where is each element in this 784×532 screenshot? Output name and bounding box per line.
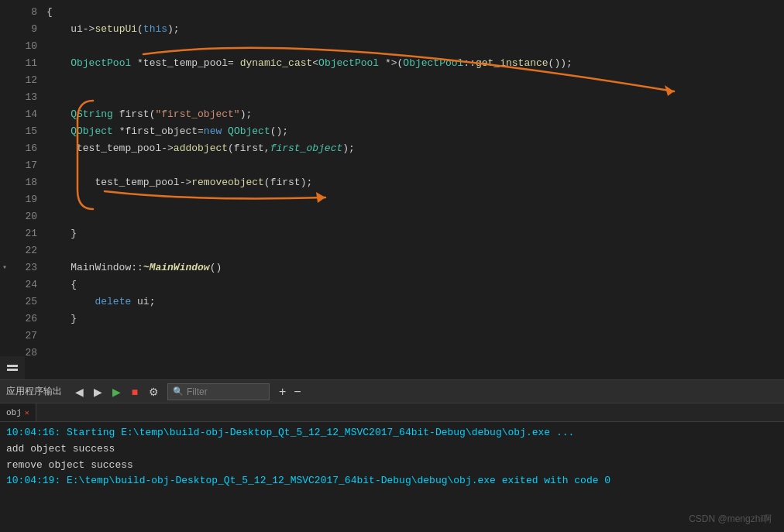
code-editor: 8{9 ui->setupUi(this);10 11 ObjectPool *… (0, 0, 784, 379)
line-content: } (46, 313, 77, 324)
line-content: ObjectPool *test_temp_pool= dynamic_cast… (46, 57, 573, 69)
filter-box: 🔍 (167, 383, 270, 400)
line-number: 26 (9, 313, 46, 324)
line-number: 17 (9, 160, 46, 171)
line-content: ui->setupUi(this); (46, 23, 180, 35)
line-content: { (46, 279, 77, 290)
line-number: 19 (9, 194, 46, 205)
line-content: MainWindow::~MainWindow() (46, 262, 222, 273)
minus-button[interactable]: − (291, 386, 304, 398)
next-button[interactable]: ▶ (90, 384, 105, 400)
line-content (46, 40, 53, 52)
plus-button[interactable]: + (276, 386, 289, 398)
line-content: { (46, 6, 53, 18)
line-number: 21 (9, 228, 46, 239)
play-button[interactable]: ▶ (108, 384, 124, 400)
settings-button[interactable]: ⚙ (146, 384, 161, 400)
code-line: 20 (0, 208, 784, 225)
code-line: 10 (0, 37, 784, 54)
line-number: 25 (9, 296, 46, 307)
line-content: QString first("first_object"); (46, 108, 252, 120)
sidebar-icon-1 (7, 365, 18, 367)
stop-button[interactable]: ■ (127, 384, 143, 400)
tab-obj[interactable]: obj ✕ (0, 403, 36, 421)
output-line: 10:04:19: E:\temp\build-obj-Desktop_Qt_5… (6, 473, 778, 489)
line-content (46, 211, 53, 222)
line-number: 9 (9, 23, 46, 35)
line-content (46, 245, 53, 256)
code-line: 17 (0, 156, 784, 173)
code-line: 21 } (0, 225, 784, 242)
line-number: 13 (9, 91, 46, 103)
line-number: 14 (9, 108, 46, 120)
line-number: 22 (9, 245, 46, 256)
code-line: 19 (0, 190, 784, 208)
code-line: 27 (0, 327, 784, 344)
line-number: 15 (9, 125, 46, 137)
line-content (46, 194, 53, 205)
line-number: 8 (9, 6, 46, 18)
sidebar-icon-2 (7, 369, 18, 371)
bottom-panel: 应用程序输出 ◀ ▶ ▶ ■ ⚙ 🔍 + − obj ✕ 10:04:16: S… (0, 379, 784, 532)
code-lines: 8{9 ui->setupUi(this);10 11 ObjectPool *… (0, 0, 784, 361)
code-line: 24 { (0, 276, 784, 293)
code-line: 13 (0, 88, 784, 105)
line-content: test_temp_pool->removeobject(first); (46, 177, 312, 188)
gutter-arrow[interactable]: ▾ (0, 263, 9, 272)
line-content: delete ui; (46, 296, 155, 307)
line-number: 18 (9, 177, 46, 188)
code-line: ▾23 MainWindow::~MainWindow() (0, 259, 784, 276)
line-number: 16 (9, 142, 46, 154)
left-sidebar (0, 356, 25, 379)
output-content: 10:04:16: Starting E:\temp\build-obj-Des… (0, 422, 784, 493)
search-icon: 🔍 (173, 386, 184, 396)
line-number: 20 (9, 211, 46, 222)
watermark: CSDN @mengzhi啊 (689, 513, 772, 526)
line-content: } (46, 228, 77, 239)
tab-bar: obj ✕ (0, 403, 784, 422)
prev-button[interactable]: ◀ (71, 384, 87, 400)
code-line: 14 QString first("first_object"); (0, 105, 784, 122)
code-line: 16 test_temp_pool->addobject(first,first… (0, 139, 784, 156)
output-line: remove object success (6, 458, 778, 474)
code-line: 25 delete ui; (0, 293, 784, 310)
code-line: 15 QObject *first_object=new QObject(); (0, 122, 784, 139)
tab-close-icon[interactable]: ✕ (25, 408, 29, 417)
line-number: 10 (9, 40, 46, 52)
tab-obj-label: obj (6, 408, 22, 417)
plus-minus-controls: + − (276, 386, 304, 398)
code-line: 22 (0, 242, 784, 259)
line-content: test_temp_pool->addobject(first,first_ob… (46, 142, 355, 154)
code-line: 11 ObjectPool *test_temp_pool= dynamic_c… (0, 54, 784, 71)
code-line: 18 test_temp_pool->removeobject(first); (0, 173, 784, 190)
panel-title: 应用程序输出 (6, 385, 62, 398)
line-content (46, 347, 53, 359)
line-content (46, 74, 53, 86)
line-number: 12 (9, 74, 46, 86)
code-line: 9 ui->setupUi(this); (0, 20, 784, 37)
code-line: 26 } (0, 310, 784, 327)
line-content (46, 91, 53, 103)
code-line: 12 (0, 71, 784, 88)
code-line: 8{ (0, 3, 784, 20)
line-content (46, 330, 53, 342)
line-number: 27 (9, 330, 46, 342)
line-content: QObject *first_object=new QObject(); (46, 125, 288, 137)
line-number: 23 (9, 262, 46, 273)
code-line: 28 (0, 344, 784, 361)
line-number: 11 (9, 57, 46, 69)
panel-toolbar: 应用程序输出 ◀ ▶ ▶ ■ ⚙ 🔍 + − (0, 380, 784, 403)
line-content (46, 160, 53, 171)
filter-input[interactable] (187, 386, 264, 397)
output-line: add object success (6, 441, 778, 458)
output-line: 10:04:16: Starting E:\temp\build-obj-Des… (6, 425, 778, 441)
line-number: 24 (9, 279, 46, 290)
